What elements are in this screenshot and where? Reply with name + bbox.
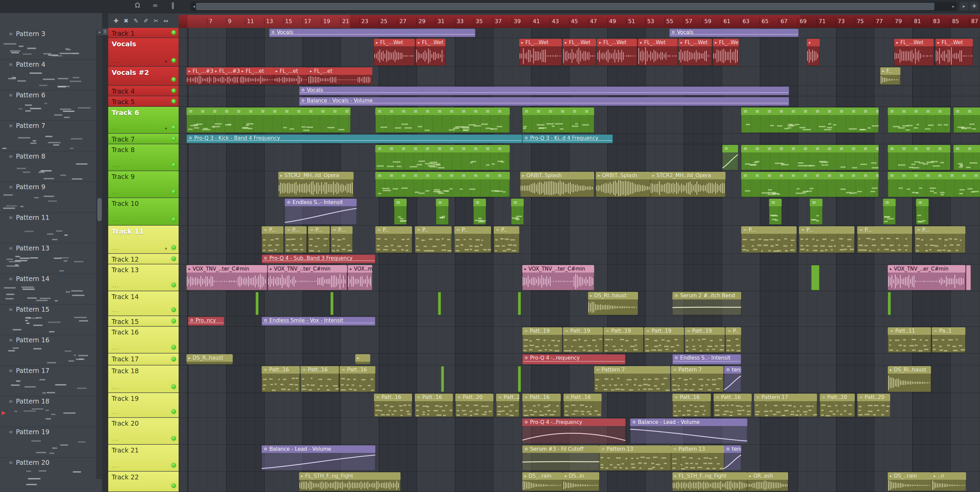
clip-pat[interactable]: ≡ bbox=[810, 199, 822, 225]
track-header-track-11[interactable]: Track 11...▴ bbox=[108, 226, 179, 253]
pattern-item-pattern-9[interactable]: ≡Pattern 9 bbox=[0, 182, 96, 213]
clip-balance-vocals-volume[interactable]: ⚙Balance - Vocals - Volume bbox=[299, 97, 789, 106]
clip-ds-rain[interactable]: ▸DS_..rain bbox=[888, 472, 932, 491]
clip-patt-19[interactable]: ≡Patt..19 bbox=[604, 327, 643, 352]
pattern-panel-scrollbar-thumb[interactable] bbox=[97, 198, 102, 221]
clip-patt-19[interactable]: ≡Patt..19 bbox=[644, 327, 684, 352]
add-view-button[interactable]: ✚ bbox=[970, 2, 978, 11]
track-header-track-18[interactable]: Track 18... bbox=[108, 365, 179, 393]
clip-pat[interactable]: ≡ ≡ ≡ ≡ ≡ ≡ ≡ ≡ ≡ ≡ ≡ ≡ ≡ ≡ ≡ ≡ ≡ ≡ ≡ bbox=[186, 108, 350, 133]
track-mute-led[interactable] bbox=[172, 58, 176, 63]
clip-patt-20[interactable]: ≡Patt..20 bbox=[857, 394, 890, 417]
clip-pattern-7[interactable]: ≡Pattern 7 bbox=[594, 366, 670, 392]
clip-pro-q-4-sub-band-3-frequency[interactable]: ⚙Pro-Q 4 - Sub..Band 3 Frequency bbox=[262, 255, 375, 263]
pattern-item-pattern-8[interactable]: ≡Pattern 8 bbox=[0, 151, 96, 182]
clip-p[interactable]: ≡P... bbox=[915, 226, 966, 253]
clip-pat[interactable]: ≡ ≡ ≡ ≡ ≡ ≡ ≡ ≡ ≡ ≡ ≡ ≡ ≡ ≡ ≡ ≡ bbox=[741, 108, 878, 133]
clip-pro-q-3-ki-d-4-frequency[interactable]: ⚙Pro-Q 3 - Ki..d 4 Frequency bbox=[522, 134, 613, 143]
pattern-item-pattern-11[interactable]: ≡Pattern 11 bbox=[0, 212, 96, 243]
pattern-item-pattern-6[interactable]: ≡Pattern 6 bbox=[0, 90, 96, 121]
clip-pro-ncy[interactable]: ⚙Pro..ncy bbox=[188, 317, 224, 326]
clip-pat[interactable]: ≡ bbox=[916, 199, 929, 225]
clip-fl-et[interactable]: ▸FL_...et bbox=[308, 67, 372, 85]
clip-patt-16[interactable]: ≡Patt..16 bbox=[415, 394, 453, 417]
clip-pro-q-4-frequency[interactable]: ⚙Pro-Q 4 -..Frequency bbox=[522, 419, 625, 444]
clip-p[interactable]: ≡P... bbox=[262, 226, 283, 253]
track-mute-led[interactable] bbox=[172, 245, 176, 250]
track-header-track-21[interactable]: Track 21... bbox=[108, 445, 179, 471]
track-mute-led[interactable] bbox=[172, 384, 176, 389]
track-mute-led[interactable] bbox=[172, 409, 176, 414]
clip-f[interactable]: ▸F.. bbox=[880, 67, 900, 85]
clip-patt-19[interactable]: ≡Patt..19 bbox=[522, 327, 562, 352]
track-header-track-5[interactable]: Track 5 bbox=[108, 96, 179, 107]
pattern-item-pattern-14[interactable]: ≡Pattern 14 bbox=[0, 274, 96, 304]
pattern-item-pattern-18[interactable]: ≡Pattern 18▶ bbox=[0, 396, 96, 427]
clip-endless-s-intensit[interactable]: ⚙Endless S..- Intensit bbox=[285, 199, 356, 225]
clip-auto[interactable]: ⚙ bbox=[722, 145, 738, 170]
clip-pat[interactable]: ≡ bbox=[473, 199, 486, 225]
track-mute-led[interactable] bbox=[172, 319, 176, 323]
clip-sliver[interactable] bbox=[518, 366, 521, 392]
track-header-track-13[interactable]: Track 13... bbox=[108, 264, 179, 291]
clip-endless-s-intensit[interactable]: ⚙Endless S..- Intensit bbox=[672, 354, 741, 365]
clip-patt-20[interactable]: ≡Patt..20 bbox=[455, 394, 493, 417]
clip-pattern-13[interactable]: ≡Pattern 13 bbox=[599, 445, 671, 471]
clip-sliver[interactable] bbox=[888, 292, 891, 315]
clip-vocals[interactable]: ⚙Vocals bbox=[669, 29, 799, 37]
track-header-track-19[interactable]: Track 19... bbox=[108, 393, 179, 417]
clip-p[interactable]: ≡P... bbox=[741, 226, 797, 253]
track-mute-led[interactable] bbox=[172, 217, 176, 221]
clip-pat[interactable]: ≡ bbox=[769, 199, 782, 225]
clip-vocals[interactable]: ⚙Vocals bbox=[299, 86, 789, 95]
track-header-track-1[interactable]: Track 1 bbox=[108, 28, 179, 38]
clip-pat[interactable]: ≡ ≡ ≡ ≡ ≡ ≡ ≡ ≡ ≡ ≡ ≡ ≡ ≡ ≡ ≡ ≡ bbox=[741, 145, 878, 170]
track-mute-led[interactable] bbox=[172, 256, 176, 261]
clip-p[interactable]: ≡P... bbox=[331, 226, 353, 253]
clip-stcr2-mh-ild-opera[interactable]: ▸STCR2_MH..ild_Opera bbox=[278, 172, 353, 197]
clip-audio[interactable]: ▸ bbox=[355, 354, 370, 365]
track-header-track-6[interactable]: Track 6...▴ bbox=[108, 107, 179, 134]
clip-ds-in[interactable]: ▸DS..in bbox=[563, 472, 599, 491]
clip-pat[interactable]: ≡ ≡ ≡ ≡ ≡ ≡ ≡ ≡ ≡ ≡ ≡ ≡ ≡ ≡ ≡ ≡ bbox=[375, 145, 510, 170]
pattern-item-pattern-20[interactable]: ≡Pattern 20 bbox=[0, 457, 96, 488]
clip-fl-3[interactable]: ▸FL_...#3 bbox=[186, 67, 213, 85]
clip-patt-11[interactable]: ≡Patt..11 bbox=[888, 327, 931, 352]
clip-pat[interactable]: ≡ ≡ ≡ ≡ ≡ ≡ ≡ bbox=[888, 108, 950, 133]
pattern-item-pattern-4[interactable]: ≡Pattern 4 bbox=[0, 59, 96, 90]
clip-pat[interactable]: ≡ ≡ ≡ ≡ ≡ ≡ ≡ bbox=[888, 145, 950, 170]
clip-n[interactable]: ▸..n bbox=[932, 472, 966, 491]
pattern-item-pattern-3[interactable]: ≡Pattern 3 bbox=[0, 29, 96, 59]
pattern-item-pattern-19[interactable]: ≡Pattern 19 bbox=[0, 427, 96, 458]
clip-vox-tnv-ter-c-min[interactable]: ▸VOX_TNV_..ter_C#min bbox=[268, 265, 347, 290]
track-header-vocals-2[interactable]: Vocals #2 bbox=[108, 67, 179, 85]
clip-fl-wet[interactable]: ▸FL_..Wet bbox=[935, 39, 973, 66]
clip-pat[interactable]: ≡ ≡ ≡ ≡ ≡ ≡ ≡ ≡ ≡ ≡ ≡ bbox=[888, 172, 980, 197]
clip-balance-lead-volume[interactable]: ⚙Balance - Lead - Volume bbox=[262, 445, 375, 471]
clip-sliver[interactable] bbox=[441, 366, 444, 392]
clip-sliver[interactable] bbox=[518, 292, 521, 315]
clip-patt-20[interactable]: ≡Patt..20 bbox=[820, 394, 855, 417]
clip-fl-wet[interactable]: ▸FL_..Wet bbox=[416, 39, 445, 66]
pattern-item-pattern-17[interactable]: ≡Pattern 17 bbox=[0, 365, 96, 396]
clip-pat[interactable]: ≡ bbox=[436, 199, 449, 225]
clip-pattern-17[interactable]: ≡Pattern 17 bbox=[754, 394, 817, 417]
track-mute-led[interactable] bbox=[172, 307, 176, 312]
clip-audio[interactable]: ▸ bbox=[807, 39, 820, 66]
track-mute-led[interactable] bbox=[172, 162, 176, 167]
track-header-track-7[interactable]: Track 7 bbox=[108, 134, 179, 144]
clip-pro-q-3-kick-band-4-frequency[interactable]: ⚙Pro-Q 3 - Kick - Band 4 Frequency bbox=[186, 134, 522, 143]
track-mute-led[interactable] bbox=[172, 463, 176, 468]
clip-p[interactable]: ≡P.. bbox=[725, 327, 741, 352]
clip-patt-16[interactable]: ≡Patt..16 bbox=[714, 394, 752, 417]
clip-p[interactable]: ≡P.. bbox=[494, 226, 519, 253]
track-header-track-10[interactable]: Track 10... bbox=[108, 198, 179, 225]
clip-vocals[interactable]: ⚙Vocals bbox=[269, 29, 476, 37]
scroll-right-icon[interactable]: ▸ bbox=[950, 3, 957, 10]
clip-pattern-7[interactable]: ≡Pattern 7 bbox=[671, 366, 724, 392]
clip-pat[interactable]: ≡ bbox=[511, 199, 524, 225]
clip-balance-lead-volume[interactable]: ⚙Balance - Lead - Volume bbox=[630, 419, 747, 444]
clip-fl-wet[interactable]: ▸FL_..Wet bbox=[563, 39, 596, 66]
clip-fl-sth-f-ng-fight[interactable]: ▸FL_STH_F..ng_Fight bbox=[672, 472, 747, 491]
clip-ds-r-haust[interactable]: ▸DS_R..haust bbox=[186, 354, 233, 365]
